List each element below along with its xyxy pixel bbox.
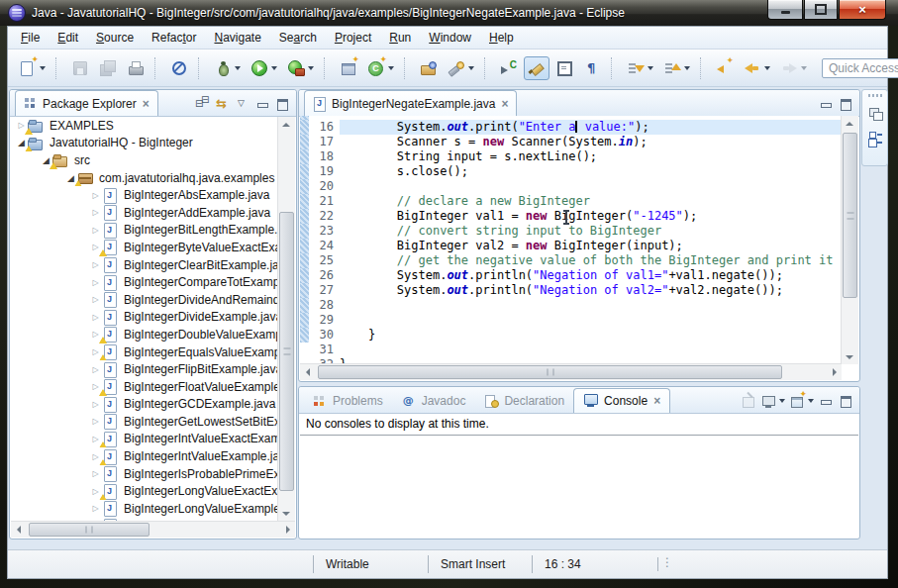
maximize-view-button[interactable] — [838, 393, 853, 409]
new-button[interactable] — [15, 56, 50, 80]
tree-item[interactable]: ▷BigIntegerDivideAndRemainderExample.jav… — [11, 291, 278, 309]
code-line[interactable]: 31 — [300, 343, 842, 357]
tree-item[interactable]: ▷BigIntegerAddExample.java — [11, 204, 278, 222]
code-line[interactable]: 29 — [300, 313, 842, 328]
close-view-icon[interactable]: × — [143, 99, 150, 109]
scroll-right-button[interactable] — [827, 364, 842, 379]
tree-item[interactable]: ▷BigIntegerIntValueExample.java — [11, 447, 278, 465]
scroll-left-button[interactable] — [300, 364, 315, 379]
minimize-view-button[interactable] — [818, 96, 834, 112]
new-java-class-button[interactable] — [363, 56, 398, 80]
open-console-button[interactable] — [789, 393, 814, 409]
expand-arrow-icon[interactable]: ▷ — [89, 504, 102, 513]
run-external-tools-button[interactable] — [283, 56, 318, 80]
expand-arrow-icon[interactable]: ▷ — [89, 313, 102, 322]
tree-item[interactable]: ▷BigIntegerDoubleValueExample.java — [11, 326, 278, 343]
code-line[interactable]: 30 } — [300, 328, 842, 343]
tree-item[interactable]: ▷BigIntegerGCDExample.java — [11, 396, 278, 414]
link-with-editor-button[interactable] — [215, 96, 231, 112]
tree-item[interactable]: ▷BigIntegerByteValueExactExample.java — [11, 239, 278, 256]
tree-item[interactable]: ▷BigIntegerLongValueExample.java — [11, 500, 278, 518]
tab-console[interactable]: Console× — [573, 388, 670, 413]
expand-arrow-icon[interactable]: ▷ — [89, 260, 102, 269]
expand-arrow-icon[interactable]: ▷ — [89, 469, 102, 478]
scroll-left-button[interactable] — [11, 522, 26, 537]
tree-item[interactable]: ▷BigIntegerLongValueExactExample.java — [11, 482, 278, 500]
forward-button[interactable] — [776, 56, 811, 80]
close-window-button[interactable]: × — [839, 0, 886, 20]
code-area[interactable]: 1516 System.out.print("Enter a value:");… — [300, 116, 842, 364]
show-whitespace-button[interactable] — [579, 56, 605, 80]
tab-problems[interactable]: Problems — [303, 389, 392, 413]
code-line[interactable]: 27 System.out.println("Negation of val2=… — [300, 283, 842, 298]
close-editor-tab-icon[interactable]: × — [501, 99, 508, 109]
code-line[interactable]: 28 — [300, 298, 842, 313]
v-scrollbar[interactable] — [277, 117, 295, 521]
collapse-all-button[interactable] — [195, 96, 211, 112]
menu-navigate[interactable]: Navigate — [205, 27, 269, 49]
tree-item[interactable]: ◢src — [11, 151, 278, 169]
menu-window[interactable]: Window — [420, 27, 480, 49]
expand-arrow-icon[interactable]: ▷ — [89, 400, 102, 409]
open-type-hierarchy-button[interactable] — [496, 56, 522, 80]
expand-arrow-icon[interactable]: ▷ — [89, 226, 102, 235]
search-button[interactable] — [444, 56, 478, 80]
tree-item[interactable]: ▷BigIntegerDivideExample.java — [11, 309, 278, 327]
menu-refactor[interactable]: Refactor — [143, 27, 205, 49]
mark-occurrences-button[interactable] — [524, 56, 549, 80]
tree-item[interactable]: ◢com.javatutorialhq.java.examples — [11, 169, 278, 187]
scroll-right-button[interactable] — [280, 522, 295, 537]
save-all-button[interactable] — [95, 56, 121, 80]
minimize-view-button[interactable] — [818, 393, 834, 409]
code-line[interactable]: 23 // convert string input to BigInteger — [300, 224, 842, 239]
minimized-task-list-button[interactable] — [864, 103, 886, 125]
code-line[interactable]: 18 String input = s.nextLine(); — [300, 149, 842, 164]
scrollbar-thumb[interactable] — [318, 365, 782, 379]
last-edit-location-button[interactable] — [712, 56, 738, 80]
tab-javadoc[interactable]: Javadoc — [392, 389, 475, 413]
previous-annotation-button[interactable] — [659, 56, 694, 80]
tree-item[interactable]: ▷BigIntegerCompareTotExample.java — [11, 273, 278, 291]
minimize-view-button[interactable] — [254, 96, 270, 112]
code-line[interactable]: 25 // get the negative value of both the… — [300, 253, 842, 268]
menu-help[interactable]: Help — [480, 27, 523, 49]
title-bar[interactable]: Java - JavatutorialHQ - BigInteger/src/c… — [0, 0, 898, 26]
expand-arrow-icon[interactable]: ▷ — [89, 191, 102, 200]
minimized-outline-button[interactable] — [864, 127, 886, 148]
print-button[interactable] — [123, 56, 149, 80]
scroll-down-button[interactable] — [842, 349, 856, 364]
code-line[interactable]: 22 BigInteger val1 = new BigInteger("-12… — [300, 209, 842, 224]
code-line[interactable]: 16 System.out.print("Enter a value:"); — [300, 120, 842, 135]
scroll-up-button[interactable] — [278, 117, 293, 132]
maximize-window-button[interactable] — [804, 0, 838, 20]
menu-search[interactable]: Search — [270, 27, 326, 49]
tree-item[interactable]: ▷BigIntegerClearBitExample.java — [11, 256, 278, 274]
scroll-up-button[interactable] — [842, 116, 856, 131]
expand-arrow-icon[interactable]: ▷ — [89, 278, 102, 287]
show-source-of-selected-element-button[interactable] — [551, 56, 577, 80]
quick-access-input[interactable] — [822, 58, 898, 78]
tree-item[interactable]: ▷BigIntegerFlipBitExample.java — [11, 360, 278, 378]
code-line[interactable]: 19 s.close(); — [300, 164, 842, 179]
tree-item[interactable]: ▷BigIntegerFloatValueExample.java — [11, 378, 278, 396]
code-line[interactable]: 26 System.out.println("Negation of val1=… — [300, 268, 842, 283]
scrollbar-thumb[interactable] — [843, 133, 857, 298]
tab-declaration[interactable]: Declaration — [474, 389, 573, 413]
back-button[interactable] — [740, 56, 774, 80]
expand-arrow-icon[interactable]: ▷ — [89, 417, 102, 426]
v-scrollbar[interactable] — [841, 116, 858, 364]
maximize-view-button[interactable] — [838, 96, 853, 112]
h-scrollbar[interactable] — [11, 521, 295, 538]
drag-handle[interactable] — [868, 94, 882, 97]
code-line[interactable]: 24 BigInteger val2 = new BigInteger(inpu… — [300, 239, 842, 253]
tree-item[interactable]: ▷BigIntegerIsProbablePrimeExample.java — [11, 465, 278, 483]
tree-item[interactable]: ▷BigIntegerEqualsValueExample.java — [11, 343, 278, 361]
scrollbar-thumb[interactable] — [279, 212, 294, 491]
minimize-window-button[interactable] — [767, 0, 803, 20]
pin-console-button[interactable] — [741, 393, 756, 409]
view-menu-button[interactable] — [235, 96, 250, 112]
close-tab-icon[interactable]: × — [653, 396, 660, 406]
code-line[interactable]: 21 // declare a new BigInteger — [300, 194, 842, 209]
status-drag-handle[interactable] — [657, 557, 661, 571]
skip-all-breakpoints-button[interactable] — [166, 56, 192, 80]
